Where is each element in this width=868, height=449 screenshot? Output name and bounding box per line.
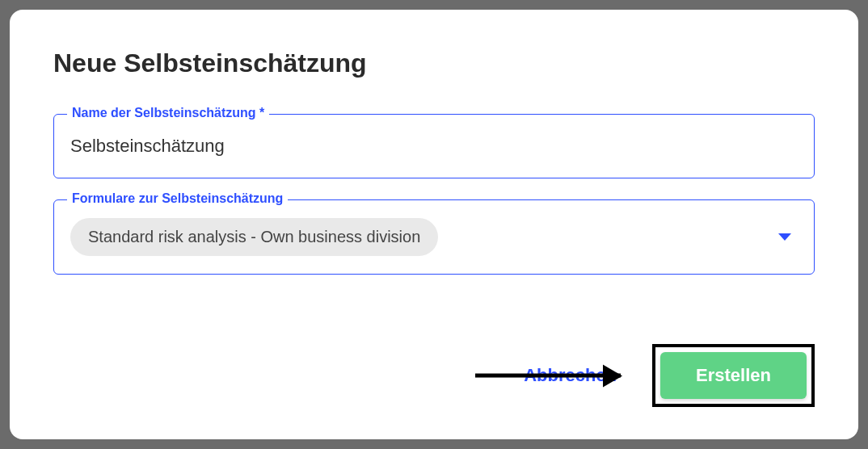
- create-button[interactable]: Erstellen: [660, 352, 807, 399]
- name-input[interactable]: [54, 115, 814, 178]
- name-field-label: Name der Selbsteinschätzung *: [67, 106, 269, 120]
- forms-select[interactable]: Standard risk analysis - Own business di…: [54, 200, 814, 274]
- chevron-down-icon: [778, 233, 791, 241]
- forms-field-label: Formulare zur Selbsteinschätzung: [67, 191, 288, 206]
- name-field-group: Name der Selbsteinschätzung *: [53, 114, 815, 178]
- dialog-title: Neue Selbsteinschätzung: [53, 48, 815, 78]
- forms-selected-chip: Standard risk analysis - Own business di…: [70, 218, 438, 256]
- dialog-actions: Abbrechen Erstellen: [53, 344, 815, 407]
- create-button-highlight: Erstellen: [652, 344, 815, 407]
- new-self-assessment-dialog: Neue Selbsteinschätzung Name der Selbste…: [10, 10, 858, 439]
- cancel-button[interactable]: Abbrechen: [511, 359, 630, 392]
- forms-field-group: Formulare zur Selbsteinschätzung Standar…: [53, 199, 815, 275]
